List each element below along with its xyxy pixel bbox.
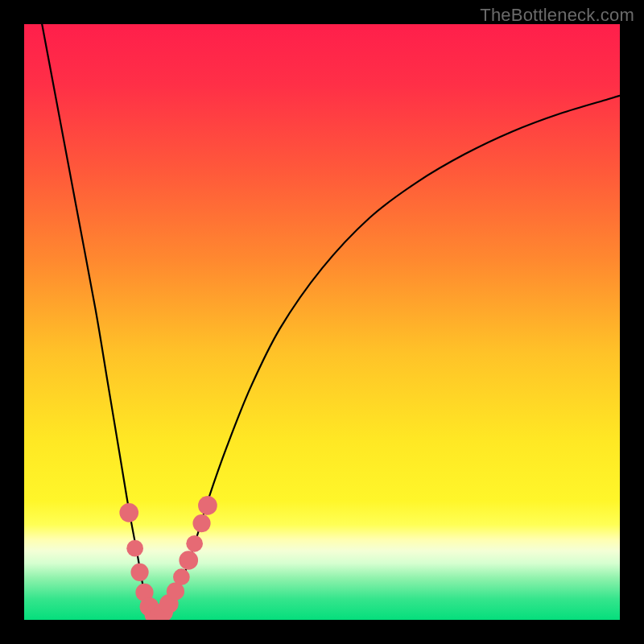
marker-dot (186, 535, 203, 552)
chart-frame: TheBottleneck.com (0, 0, 644, 644)
bottleneck-curve (42, 24, 620, 615)
marker-dot (126, 540, 143, 557)
marker-dot (119, 503, 138, 522)
plot-area (24, 24, 620, 620)
marker-dot (192, 514, 210, 532)
marker-group (119, 496, 217, 620)
marker-dot (179, 551, 198, 570)
marker-dot (198, 496, 217, 515)
marker-dot (130, 564, 148, 581)
watermark-text: TheBottleneck.com (480, 5, 634, 26)
curve-layer (24, 24, 620, 620)
marker-dot (173, 568, 190, 585)
